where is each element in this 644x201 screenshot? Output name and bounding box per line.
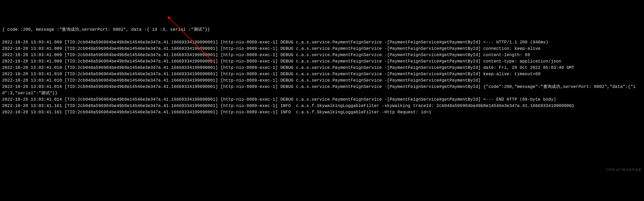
log-line: 2022-10-28 13:03:41.009 [TID:2cb048a5969… (2, 46, 642, 52)
log-line: 2022-10-28 13:03:41.014 [TID:2cb048a5969… (2, 84, 642, 96)
log-line: 2022-10-28 13:03:41.010 [TID:2cb048a5969… (2, 77, 642, 84)
log-line: 2022-10-28 13:03:41.009 [TID:2cb048a5969… (2, 39, 642, 46)
log-line: 2022-10-28 13:03:41.010 [TID:2cb048a5969… (2, 65, 642, 71)
log-line: 2022-10-28 13:03:41.009 [TID:2cb048a5969… (2, 52, 642, 58)
log-line: 2022-10-28 13:03:41.161 [TID:2cb048a5969… (2, 103, 642, 109)
log-line: 2022-10-28 13:03:41.014 [TID:2cb048a5969… (2, 96, 642, 103)
log-line (2, 33, 642, 39)
log-line: { code :200, message :"查询成功,serverPort: … (2, 26, 642, 33)
log-line: 2022-10-28 13:03:41.009 [TID:2cb048a5969… (2, 58, 642, 65)
log-output: { code :200, message :"查询成功,serverPort: … (2, 26, 642, 115)
log-line: 2022-10-28 13:03:41.010 [TID:2cb048a5969… (2, 71, 642, 77)
watermark-text: CSDN @只因为你而温柔 (606, 167, 641, 172)
log-line: 2022-10-28 13:03:41.161 [TID:2cb048a5969… (2, 109, 642, 115)
